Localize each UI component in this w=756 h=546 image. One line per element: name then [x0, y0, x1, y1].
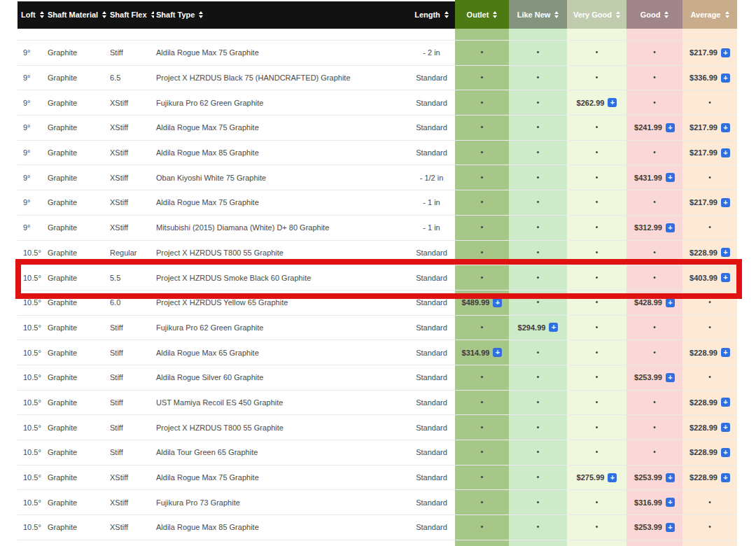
add-price-icon[interactable]: +	[493, 298, 502, 307]
cell-like_new: •	[509, 90, 567, 115]
no-price-dot: •	[481, 224, 484, 231]
add-price-icon[interactable]: +	[721, 448, 730, 457]
column-header-good[interactable]: Good	[626, 0, 682, 29]
column-header-very-good[interactable]: Very Good	[567, 0, 626, 29]
cell-type	[154, 540, 408, 546]
cell-good: $431.99+	[626, 164, 682, 190]
cell-good: $253.99+	[626, 514, 682, 540]
no-price-dot: •	[653, 149, 656, 156]
add-price-icon[interactable]: +	[493, 348, 502, 357]
cell-very_good: •	[567, 489, 626, 514]
cell-type: Oban Kiyoshi White 75 Graphite	[154, 164, 408, 190]
cell-good: •	[626, 265, 682, 290]
add-price-icon[interactable]: +	[666, 223, 675, 232]
add-price-icon[interactable]: +	[721, 273, 730, 282]
cell-average: $228.99+	[682, 440, 737, 465]
add-price-icon[interactable]: +	[721, 74, 730, 83]
no-price-dot: •	[708, 224, 711, 231]
column-header-average[interactable]: Average	[682, 0, 737, 29]
table-row: 9°GraphiteXStiffAldila Rogue Max 75 Grap…	[18, 190, 737, 215]
no-price-dot: •	[596, 124, 598, 131]
add-price-icon[interactable]: +	[666, 498, 675, 507]
partial-row	[18, 540, 737, 546]
no-price-dot: •	[596, 174, 598, 181]
add-price-icon[interactable]: +	[608, 473, 617, 482]
cell-material: Graphite	[46, 90, 108, 115]
partial-row	[18, 29, 737, 40]
add-price-icon[interactable]: +	[666, 373, 675, 382]
column-header-shaft-material[interactable]: Shaft Material	[46, 0, 108, 29]
sort-icon	[616, 11, 620, 18]
sort-icon	[199, 11, 203, 18]
cell-length: Standard	[408, 465, 455, 490]
no-price-dot: •	[653, 324, 656, 331]
cell-flex: XStiff	[108, 489, 154, 514]
add-price-icon[interactable]: +	[666, 173, 675, 182]
cell-length: Standard	[408, 115, 455, 140]
no-price-dot: •	[537, 249, 540, 256]
cell-length: Standard	[408, 315, 455, 340]
price-value: $217.99	[690, 123, 718, 132]
add-price-icon[interactable]: +	[549, 323, 558, 332]
cell-material: Graphite	[46, 265, 108, 290]
cell-type: Aldila Rogue Max 85 Graphite	[154, 514, 408, 540]
add-price-icon[interactable]: +	[666, 523, 675, 532]
no-price-dot: •	[653, 424, 656, 431]
cell-average: •	[682, 315, 737, 340]
price-value: $241.99	[634, 123, 662, 132]
price-value: $253.99	[634, 373, 662, 382]
no-price-dot: •	[596, 424, 598, 431]
no-price-dot: •	[537, 449, 540, 456]
no-price-dot: •	[481, 99, 484, 106]
column-header-length[interactable]: Length	[408, 0, 455, 29]
no-price-dot: •	[708, 374, 711, 381]
no-price-dot: •	[537, 124, 540, 131]
add-price-icon[interactable]: +	[721, 348, 730, 357]
no-price-dot: •	[708, 499, 711, 506]
column-header-shaft-flex[interactable]: Shaft Flex	[108, 0, 154, 29]
cell-material: Graphite	[46, 65, 108, 90]
table-row: 10.5°GraphiteStiffAldila Tour Green 65 G…	[18, 440, 737, 465]
add-price-icon[interactable]: +	[721, 148, 730, 158]
column-header-like-new[interactable]: Like New	[509, 0, 567, 29]
table-row: 9°GraphiteXStiffMitsubishi (2015) Diaman…	[18, 215, 737, 240]
cell-average: •	[682, 290, 737, 315]
cell-like_new	[509, 29, 567, 40]
cell-material: Graphite	[46, 140, 108, 165]
no-price-dot: •	[537, 374, 540, 381]
table-row: 9°GraphiteXStiffAldila Rogue Max 85 Grap…	[18, 140, 737, 165]
cell-loft: 10.5°	[18, 290, 46, 315]
cell-flex: 6.0	[108, 290, 154, 315]
add-price-icon[interactable]: +	[666, 473, 675, 482]
cell-flex: Stiff	[108, 414, 154, 440]
cell-length: Standard	[408, 290, 455, 315]
add-price-icon[interactable]: +	[721, 248, 730, 257]
column-header-loft[interactable]: Loft	[18, 0, 46, 29]
no-price-dot: •	[653, 399, 656, 406]
cell-loft: 9°	[18, 90, 46, 115]
column-header-outlet[interactable]: Outlet	[455, 0, 509, 29]
add-price-icon[interactable]: +	[608, 98, 617, 107]
cell-loft: 10.5°	[18, 340, 46, 365]
column-header-shaft-type[interactable]: Shaft Type	[154, 0, 408, 29]
add-price-icon[interactable]: +	[721, 473, 730, 482]
add-price-icon[interactable]: +	[721, 423, 730, 432]
add-price-icon[interactable]: +	[666, 298, 675, 307]
no-price-dot: •	[596, 74, 598, 81]
cell-outlet: •	[455, 164, 509, 190]
cell-very_good: •	[567, 365, 626, 390]
cell-average	[682, 29, 737, 40]
add-price-icon[interactable]: +	[721, 48, 730, 57]
cell-type: Mitsubishi (2015) Diamana (White) D+ 80 …	[154, 215, 408, 240]
cell-good: •	[626, 440, 682, 465]
add-price-icon[interactable]: +	[721, 398, 730, 407]
cell-average: $217.99+	[682, 115, 737, 140]
add-price-icon[interactable]: +	[721, 198, 730, 207]
cell-loft: 10.5°	[18, 514, 46, 540]
cell-outlet: •	[455, 140, 509, 165]
cell-good: •	[626, 340, 682, 365]
cell-average: •	[682, 164, 737, 190]
add-price-icon[interactable]: +	[721, 123, 730, 132]
add-price-icon[interactable]: +	[666, 123, 675, 132]
cell-like_new: •	[509, 164, 567, 190]
